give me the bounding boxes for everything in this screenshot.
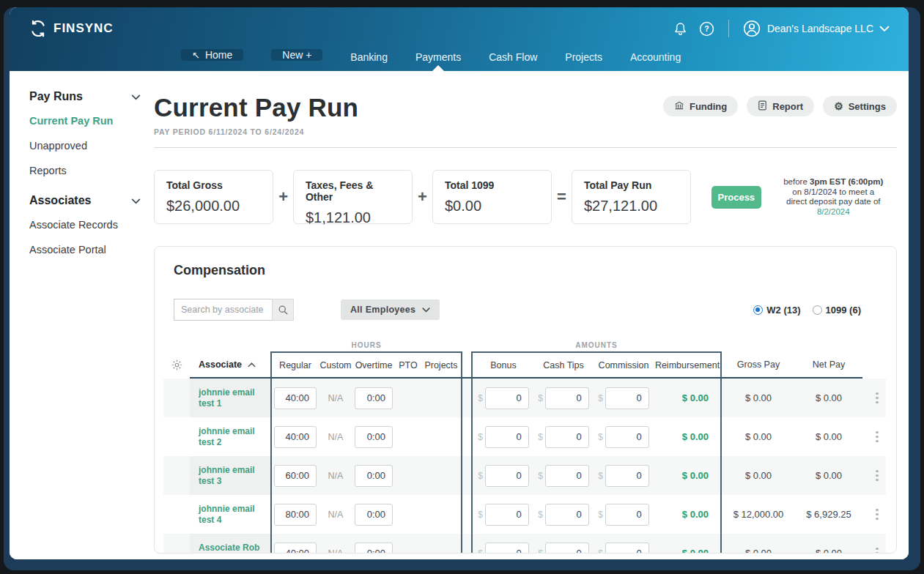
pto-cell <box>395 417 421 456</box>
chevron-down-icon <box>131 194 141 207</box>
equals-operator: = <box>552 187 572 206</box>
table-row: johnnie email test 4 N/A $ $ $ $ 0.00 $ … <box>163 495 886 534</box>
commission-input[interactable] <box>605 504 649 526</box>
reimbursement-value: $ 0.00 <box>654 417 722 456</box>
nav-accounting[interactable]: Accounting <box>629 42 682 71</box>
sidebar-section-associates[interactable]: Associates <box>29 194 141 207</box>
regular-hours-input[interactable] <box>274 426 317 448</box>
regular-hours-input[interactable] <box>274 387 317 409</box>
nav-projects[interactable]: Projects <box>563 42 604 71</box>
cash-tips-input[interactable] <box>545 387 589 409</box>
net-pay-value: $ 0.00 <box>795 379 862 417</box>
table-row: Associate Rob Houser N/A $ $ $ $ 0.00 $ … <box>163 534 886 554</box>
associate-name-link[interactable]: johnnie email test 4 <box>199 504 270 526</box>
overtime-hours-input[interactable] <box>355 387 393 409</box>
dollar-prefix: $ <box>598 393 603 403</box>
account-menu[interactable]: Dean's Landscape LLC <box>742 19 890 38</box>
dollar-prefix: $ <box>538 510 543 520</box>
settings-button[interactable]: ⚙ Settings <box>823 96 897 116</box>
nav-payments[interactable]: Payments <box>414 42 462 71</box>
overtime-hours-input[interactable] <box>355 543 393 554</box>
dollar-prefix: $ <box>538 393 543 403</box>
commission-input[interactable] <box>605 387 649 409</box>
sidebar-item-unapproved[interactable]: Unapproved <box>29 140 145 152</box>
radio-w2[interactable]: W2 (13) <box>753 305 800 316</box>
sidebar-item-reports[interactable]: Reports <box>29 165 145 176</box>
funding-button[interactable]: Funding <box>663 96 738 116</box>
cash-tips-input[interactable] <box>545 504 589 526</box>
associate-column-header[interactable]: Associate <box>190 351 270 379</box>
commission-input[interactable] <box>605 426 649 448</box>
custom-hours-value: N/A <box>328 432 344 442</box>
bonus-input[interactable] <box>485 504 529 526</box>
sidebar: Pay Runs Current Pay Run Unapproved Repo… <box>10 71 145 559</box>
regular-hours-input[interactable] <box>274 504 317 526</box>
plus-operator: + <box>413 187 432 206</box>
projects-column-header: Projects <box>421 351 462 379</box>
amounts-group-label: AMOUNTS <box>471 341 722 349</box>
row-menu-kebab-icon[interactable] <box>862 379 892 417</box>
gear-icon: ⚙ <box>834 100 843 112</box>
nav-home[interactable]: ↖Home <box>180 42 245 71</box>
nav-cash-flow[interactable]: Cash Flow <box>487 42 539 71</box>
total-pay-run-card: Total Pay Run $27,121.00 <box>572 170 691 224</box>
commission-input[interactable] <box>605 543 649 554</box>
overtime-hours-input[interactable] <box>355 504 393 526</box>
overtime-hours-input[interactable] <box>355 465 393 487</box>
row-menu-kebab-icon[interactable] <box>862 534 892 554</box>
associate-name-link[interactable]: johnnie email test 2 <box>199 426 270 448</box>
report-button[interactable]: Report <box>747 96 814 116</box>
commission-input[interactable] <box>605 465 649 487</box>
sidebar-item-associate-portal[interactable]: Associate Portal <box>29 244 145 256</box>
regular-hours-input[interactable] <box>274 543 317 554</box>
associate-name-link[interactable]: johnnie email test 3 <box>199 465 270 487</box>
dollar-prefix: $ <box>478 393 483 403</box>
search-icon[interactable] <box>272 299 294 321</box>
cash-tips-input[interactable] <box>545 465 589 487</box>
bonus-input[interactable] <box>485 387 529 409</box>
notifications-bell-icon[interactable] <box>673 21 688 37</box>
sync-logo-icon <box>29 19 48 38</box>
nav-new[interactable]: New + <box>270 42 324 71</box>
table-row: johnnie email test 2 N/A $ $ $ $ 0.00 $ … <box>163 417 886 456</box>
row-menu-kebab-icon[interactable] <box>862 495 892 534</box>
table-row: johnnie email test 1 N/A $ $ $ $ 0.00 $ … <box>163 379 886 417</box>
overtime-hours-input[interactable] <box>355 426 393 448</box>
bonus-input[interactable] <box>485 543 529 554</box>
bonus-column-header: Bonus <box>471 351 534 379</box>
nav-banking[interactable]: Banking <box>349 42 389 71</box>
custom-hours-value: N/A <box>328 548 344 554</box>
chevron-down-icon <box>131 90 141 103</box>
company-name: Dean's Landscape LLC <box>767 23 873 34</box>
search-input[interactable] <box>174 299 272 321</box>
net-pay-value: $ 0.00 <box>795 534 862 554</box>
finsync-logo[interactable]: FINSYNC <box>29 19 114 38</box>
associate-name-link[interactable]: johnnie email test 1 <box>199 387 270 409</box>
projects-cell <box>421 534 462 554</box>
hours-group-label: HOURS <box>270 341 462 349</box>
sidebar-item-associate-records[interactable]: Associate Records <box>29 219 145 231</box>
employee-filter-dropdown[interactable]: All Employees <box>341 299 440 320</box>
associate-name-link[interactable]: Associate Rob Houser <box>199 543 270 554</box>
row-menu-kebab-icon[interactable] <box>862 417 892 456</box>
bonus-input[interactable] <box>485 465 529 487</box>
column-settings-gear-icon[interactable] <box>163 351 190 379</box>
radio-1099[interactable]: 1099 (6) <box>813 305 861 316</box>
cash-tips-input[interactable] <box>545 426 589 448</box>
chevron-down-icon <box>422 305 430 315</box>
net-pay-value: $ 6,929.25 <box>795 495 862 534</box>
row-menu-kebab-icon[interactable] <box>862 456 892 495</box>
process-button[interactable]: Process <box>712 186 761 209</box>
radio-unselected-icon <box>813 305 822 315</box>
bonus-input[interactable] <box>485 426 529 448</box>
cash-tips-input[interactable] <box>545 543 589 554</box>
help-icon[interactable]: ? <box>698 20 715 37</box>
reimbursement-value: $ 0.00 <box>654 456 722 495</box>
sidebar-item-current-pay-run[interactable]: Current Pay Run <box>29 115 145 127</box>
net-pay-value: $ 0.00 <box>795 417 862 456</box>
net-pay-value: $ 0.00 <box>795 456 862 495</box>
projects-cell <box>421 456 462 495</box>
sidebar-section-pay-runs[interactable]: Pay Runs <box>29 90 141 103</box>
dollar-prefix: $ <box>598 471 603 481</box>
regular-hours-input[interactable] <box>274 465 317 487</box>
